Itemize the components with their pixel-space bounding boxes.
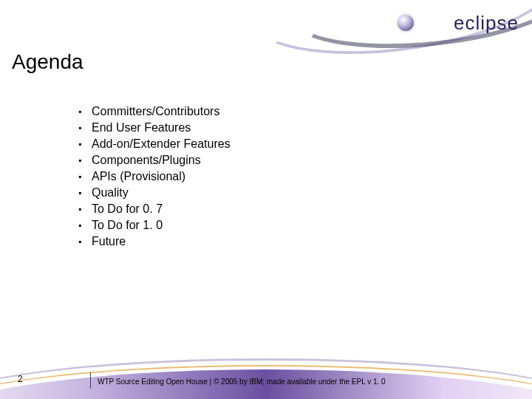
bullet-text: Future (92, 235, 126, 248)
list-item: Committers/Contributors (78, 103, 231, 120)
list-item: End User Features (78, 120, 231, 136)
page-number: 2 (18, 374, 23, 384)
bullet-text: APIs (Provisional) (92, 170, 185, 183)
list-item: Future (78, 233, 231, 250)
bullet-text: Quality (92, 186, 129, 199)
list-item: APIs (Provisional) (78, 168, 231, 185)
agenda-list: Committers/Contributors End User Feature… (78, 103, 231, 250)
bullet-text: Committers/Contributors (92, 105, 219, 117)
bullet-text: To Do for 1. 0 (92, 219, 163, 231)
list-item: Quality (78, 185, 231, 201)
list-item: Add-on/Extender Features (78, 136, 231, 152)
logo-orb-icon (398, 15, 414, 31)
slide-title: Agenda (12, 50, 83, 74)
list-item: Components/Plugins (78, 152, 231, 168)
logo-text: eclipse (454, 12, 519, 35)
bullet-text: To Do for 0. 7 (92, 202, 163, 215)
list-item: To Do for 0. 7 (78, 201, 231, 217)
slide: eclipse Agenda Committers/Contributors E… (0, 0, 532, 399)
footer-divider (90, 372, 91, 389)
footer-text: WTP Source Editing Open House | © 2005 b… (98, 378, 386, 386)
bullet-text: End User Features (92, 121, 191, 134)
bullet-text: Components/Plugins (92, 154, 201, 166)
bullet-text: Add-on/Extender Features (92, 137, 231, 150)
eclipse-logo: eclipse (355, 0, 532, 44)
list-item: To Do for 1. 0 (78, 217, 231, 233)
